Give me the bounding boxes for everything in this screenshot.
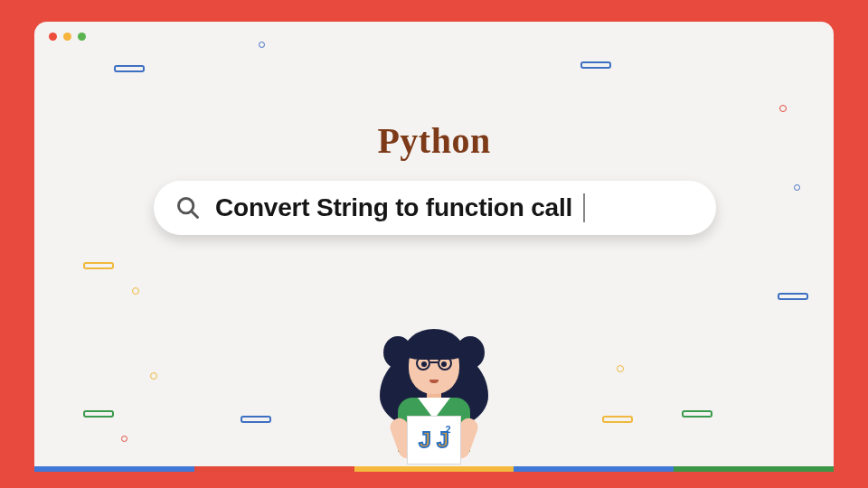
deco-ring — [150, 372, 157, 380]
girl-illustration: J J 2 — [353, 311, 515, 466]
svg-line-1 — [192, 211, 198, 218]
deco-pill — [778, 293, 808, 300]
text-cursor — [583, 193, 585, 222]
deco-ring — [259, 42, 265, 48]
deco-pill — [114, 65, 145, 72]
logo-superscript: 2 — [446, 424, 451, 435]
deco-ring — [121, 436, 127, 442]
deco-pill — [83, 410, 114, 418]
window-controls — [49, 33, 86, 41]
logo-card: J J 2 — [407, 416, 461, 465]
deco-pill — [580, 61, 611, 69]
deco-pill — [241, 416, 271, 423]
page-title: Python — [34, 119, 834, 162]
deco-pill — [602, 416, 633, 423]
logo-text: J J 2 — [419, 427, 448, 453]
deco-ring — [617, 365, 624, 372]
deco-ring — [132, 287, 139, 295]
deco-pill — [83, 262, 114, 269]
deco-pill — [682, 410, 712, 418]
deco-ring — [779, 105, 787, 112]
search-input-text: Convert String to function call — [215, 193, 572, 222]
close-icon[interactable] — [49, 33, 57, 41]
minimize-icon[interactable] — [63, 33, 71, 41]
browser-window: Python Convert String to function call — [34, 22, 834, 472]
bottom-stripe — [34, 466, 834, 472]
deco-ring — [794, 184, 800, 191]
search-bar[interactable]: Convert String to function call — [154, 181, 716, 235]
search-icon — [174, 193, 203, 222]
maximize-icon[interactable] — [78, 33, 86, 41]
